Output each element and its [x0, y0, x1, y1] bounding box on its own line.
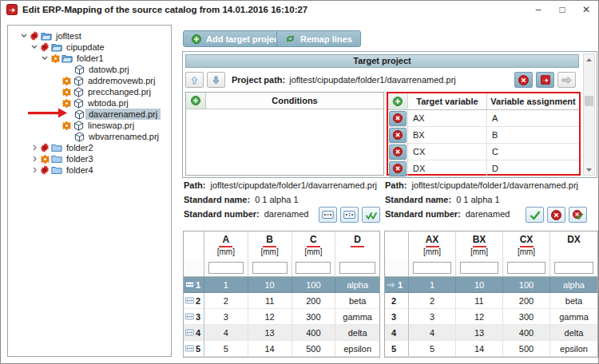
table-cell[interactable]: epsilon — [335, 341, 379, 357]
column-filter-input[interactable] — [413, 262, 451, 274]
table-cell[interactable]: 13 — [248, 325, 292, 341]
row-header[interactable]: 1 — [385, 277, 409, 293]
table-cell[interactable]: gamma — [335, 309, 379, 325]
table-cell[interactable]: 100 — [292, 277, 336, 293]
table-cell[interactable]: epsilon — [550, 341, 597, 357]
table-cell[interactable]: alpha — [550, 277, 597, 293]
row-header[interactable]: 4 — [184, 325, 204, 341]
delete-variable-button[interactable] — [389, 161, 407, 176]
row-header[interactable]: 3 — [184, 309, 204, 325]
column-header[interactable]: B — [248, 231, 292, 247]
tree-item-cipupdate[interactable]: cipupdate — [8, 42, 171, 53]
column-filter-input[interactable] — [296, 262, 331, 274]
table-cell[interactable]: 10 — [456, 277, 503, 293]
goto-target-button[interactable] — [557, 72, 576, 88]
row-header[interactable]: 2 — [385, 293, 409, 309]
range-mapping-button[interactable] — [319, 207, 337, 223]
table-cell[interactable]: 3 — [204, 309, 248, 325]
reject-button[interactable] — [547, 207, 565, 223]
table-cell[interactable]: 5 — [409, 341, 456, 357]
table-cell[interactable]: 200 — [503, 293, 550, 309]
target-variable-cell[interactable]: AX — [408, 110, 487, 127]
table-cell[interactable]: 5 — [204, 341, 248, 357]
table-cell[interactable]: 200 — [292, 293, 336, 309]
tree-item-folder3[interactable]: folder3 — [8, 153, 171, 164]
row-header[interactable]: 3 — [385, 309, 409, 325]
table-cell[interactable]: alpha — [335, 277, 379, 293]
column-filter-input[interactable] — [507, 262, 545, 274]
target-variable-column-header[interactable]: Target variable — [408, 93, 487, 110]
table-cell[interactable]: 11 — [456, 293, 503, 309]
table-cell[interactable]: 10 — [248, 277, 292, 293]
move-up-button[interactable] — [185, 72, 204, 88]
column-filter-input[interactable] — [554, 262, 593, 274]
chevron-right-icon[interactable] — [30, 167, 39, 173]
table-cell[interactable]: 500 — [503, 341, 550, 357]
tree-item-precchanged[interactable]: precchanged.prj — [8, 86, 171, 97]
apply-all-button[interactable] — [362, 207, 380, 223]
table-cell[interactable]: 12 — [248, 309, 292, 325]
column-header[interactable]: CX — [503, 231, 550, 247]
pair-mapping-button[interactable] — [340, 207, 359, 223]
minimize-button[interactable]: – — [526, 1, 550, 18]
variable-assignment-cell[interactable]: D — [487, 160, 579, 177]
tree-item-jofltest[interactable]: jofltest — [8, 30, 171, 42]
column-header[interactable]: A — [204, 231, 248, 247]
variable-assignment-cell[interactable]: B — [487, 127, 579, 144]
column-header[interactable]: DX — [550, 231, 597, 247]
tree-item-folder1[interactable]: folder1 — [8, 53, 171, 64]
table-cell[interactable]: 2 — [204, 293, 248, 309]
open-target-project-button[interactable] — [536, 72, 554, 88]
tree-item-datowb[interactable]: datowb.prj — [8, 64, 171, 75]
tree-item-folder2[interactable]: folder2 — [8, 142, 171, 153]
row-header[interactable]: 4 — [385, 325, 409, 341]
column-filter-input[interactable] — [252, 262, 288, 274]
table-cell[interactable]: 3 — [409, 309, 456, 325]
delete-variable-button[interactable] — [389, 111, 407, 126]
accept-with-remove-button[interactable] — [569, 207, 587, 223]
row-header[interactable]: 5 — [184, 341, 204, 357]
maximize-button[interactable]: □ — [550, 1, 574, 18]
delete-target-project-button[interactable] — [514, 72, 533, 88]
table-cell[interactable]: 4 — [409, 325, 456, 341]
scroll-down-icon[interactable] — [584, 164, 594, 175]
tree-item-addremovewb[interactable]: addremovewb.prj — [8, 75, 171, 86]
accept-button[interactable] — [526, 207, 544, 223]
row-header[interactable]: 1 — [184, 277, 204, 293]
column-filter-input[interactable] — [460, 262, 498, 274]
row-header[interactable]: 2 — [184, 293, 204, 309]
delete-variable-button[interactable] — [389, 128, 407, 143]
column-header[interactable]: C — [292, 231, 336, 247]
target-variable-cell[interactable]: DX — [408, 160, 487, 177]
chevron-right-icon[interactable] — [30, 144, 39, 151]
table-cell[interactable]: 100 — [503, 277, 550, 293]
chevron-down-icon[interactable] — [19, 34, 29, 38]
scrollbar-thumb[interactable] — [585, 96, 593, 106]
table-cell[interactable]: 13 — [456, 325, 503, 341]
tree-item-lineswap[interactable]: lineswap.prj — [8, 120, 171, 131]
target-variable-cell[interactable]: BX — [408, 127, 487, 144]
column-header[interactable]: AX — [409, 231, 456, 247]
table-cell[interactable]: 14 — [456, 341, 503, 357]
column-filter-input[interactable] — [208, 262, 244, 274]
table-cell[interactable]: 11 — [248, 293, 292, 309]
add-condition-button[interactable] — [186, 93, 206, 109]
target-variable-cell[interactable]: CX — [408, 144, 487, 160]
table-cell[interactable]: 1 — [204, 277, 248, 293]
table-cell[interactable]: 500 — [292, 341, 336, 357]
table-cell[interactable]: 2 — [409, 293, 456, 309]
panel-scrollbar[interactable] — [583, 53, 595, 176]
chevron-right-icon[interactable] — [30, 156, 39, 162]
column-header[interactable]: D — [335, 231, 379, 247]
tree-item-folder4[interactable]: folder4 — [8, 164, 171, 176]
remap-lines-button[interactable]: Remap lines — [276, 30, 361, 47]
variable-assignment-cell[interactable]: C — [487, 144, 579, 160]
table-cell[interactable]: 400 — [503, 325, 550, 341]
delete-variable-button[interactable] — [389, 144, 407, 160]
table-cell[interactable]: 12 — [456, 309, 503, 325]
chevron-down-icon[interactable] — [30, 45, 39, 49]
tree-item-wbvarrenamed[interactable]: wbvarrenamed.prj — [8, 131, 171, 142]
table-cell[interactable]: delta — [335, 325, 379, 341]
table-cell[interactable]: gamma — [550, 309, 597, 325]
conditions-column-header[interactable]: Conditions — [206, 93, 383, 109]
